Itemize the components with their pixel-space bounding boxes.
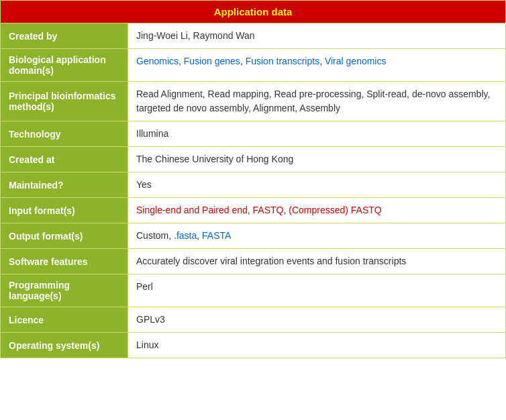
- row-value: Perl: [128, 274, 506, 307]
- output-link-fasta-lower[interactable]: .fasta: [174, 230, 197, 241]
- output-custom-text: Custom,: [136, 230, 174, 241]
- row-label: Created at: [1, 147, 128, 172]
- bio-link-fusion-transcripts[interactable]: Fusion transcripts: [246, 56, 319, 66]
- row-label: Maintained?: [1, 172, 128, 198]
- application-table: Application data Created by Jing-Woei Li…: [0, 0, 506, 358]
- bio-link-fusion-genes[interactable]: Fusion genes: [184, 56, 240, 66]
- table-row: Biological application domain(s) Genomic…: [1, 49, 506, 82]
- row-value: Yes: [128, 172, 506, 198]
- table-row: Licence GPLv3: [1, 307, 506, 333]
- table-row: Technology Illumina: [1, 121, 506, 147]
- row-value: Read Alignment, Read mapping, Read pre-p…: [128, 82, 506, 121]
- output-link-fasta-upper[interactable]: FASTA: [202, 230, 231, 241]
- row-label: Licence: [1, 307, 128, 333]
- row-label: Created by: [1, 23, 128, 49]
- row-label: Input format(s): [1, 198, 128, 223]
- row-value: Genomics, Fusion genes, Fusion transcrip…: [128, 49, 506, 82]
- row-value: The Chinese University of Hong Kong: [128, 147, 506, 172]
- table-row: Maintained? Yes: [1, 172, 506, 198]
- row-label: Technology: [1, 121, 128, 147]
- table-header-row: Application data: [1, 1, 506, 23]
- row-label: Output format(s): [1, 223, 128, 249]
- table-row: Principal bioinformatics method(s) Read …: [1, 82, 506, 121]
- row-value: Illumina: [128, 121, 506, 147]
- row-label: Software features: [1, 249, 128, 274]
- input-link-compressed-fastq[interactable]: (Compressed) FASTQ: [289, 205, 381, 215]
- table-row: Created at The Chinese University of Hon…: [1, 147, 506, 172]
- table-row: Created by Jing-Woei Li, Raymond Wan: [1, 23, 506, 49]
- row-value: Accurately discover viral integration ev…: [128, 249, 506, 274]
- row-value: Jing-Woei Li, Raymond Wan: [128, 23, 506, 49]
- input-link-fastq[interactable]: FASTQ: [253, 205, 284, 215]
- row-label: Programming language(s): [1, 274, 128, 307]
- table-row: Programming language(s) Perl: [1, 274, 506, 307]
- table-row: Input format(s) Single-end and Paired en…: [1, 198, 506, 223]
- input-link-single-paired[interactable]: Single-end and Paired end: [136, 205, 248, 215]
- row-value: Custom, .fasta, FASTA: [128, 223, 506, 249]
- table-row: Output format(s) Custom, .fasta, FASTA: [1, 223, 506, 249]
- row-label: Biological application domain(s): [1, 49, 128, 82]
- row-value: Single-end and Paired end, FASTQ, (Compr…: [128, 198, 506, 223]
- row-value: Linux: [128, 333, 506, 358]
- bio-link-viral-genomics[interactable]: Viral genomics: [325, 56, 387, 66]
- row-label: Operating system(s): [1, 333, 128, 358]
- bio-link-genomics[interactable]: Genomics: [136, 56, 179, 66]
- table-row: Operating system(s) Linux: [1, 333, 506, 358]
- table-row: Software features Accurately discover vi…: [1, 249, 506, 274]
- table-title: Application data: [1, 1, 506, 23]
- row-value: GPLv3: [128, 307, 506, 333]
- row-label: Principal bioinformatics method(s): [1, 82, 128, 121]
